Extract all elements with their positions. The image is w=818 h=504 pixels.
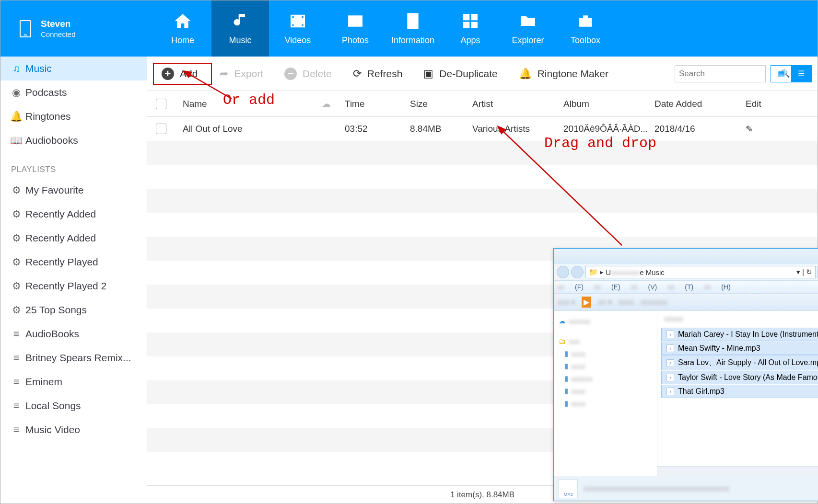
nav-apps[interactable]: Apps: [442, 0, 499, 57]
gear-icon: ⚙: [11, 280, 22, 292]
audio-file-icon: ♪: [666, 344, 674, 352]
toolbar: + Add ➦ Export − Delete ⟳ Refresh ▣ De-D…: [147, 57, 818, 91]
sidebar-item-ringtones[interactable]: 🔔 Ringtones: [0, 104, 147, 128]
play-icon[interactable]: ▶: [582, 297, 591, 308]
add-button[interactable]: + Add: [154, 64, 205, 84]
list-item[interactable]: ♪That Girl.mp3: [661, 385, 818, 398]
audio-file-icon: ♪: [666, 359, 674, 367]
sidebar-item-podcasts[interactable]: ◉ Podcasts: [0, 80, 147, 104]
sidebar: ♫ Music ◉ Podcasts 🔔 Ringtones 📖 Audiobo…: [0, 57, 147, 504]
export-icon: ➦: [220, 68, 228, 80]
phone-icon: [20, 20, 31, 37]
sidebar-item-localsongs[interactable]: ≡Local Songs: [0, 394, 147, 418]
explorer-tree[interactable]: ☁xxxxxx 🗂xxx ▮xxxx ▮xxxx ▮xxxxxx ▮xxxx ▮…: [554, 311, 657, 476]
col-edit[interactable]: Edit: [746, 99, 784, 109]
mp3-file-icon: MP3: [559, 479, 578, 498]
explorer-file-list[interactable]: xxxxx ♪Mariah Carey - I Stay In Love (In…: [657, 311, 818, 476]
sidebar-item-music[interactable]: ♫ Music: [0, 57, 147, 80]
explorer-menubar: xx(F) xx(E) xx(V) xx(T) xx(H): [554, 280, 818, 294]
sidebar-item-musicvideo[interactable]: ≡Music Video: [0, 418, 147, 442]
explorer-icon: [518, 11, 538, 31]
col-artist[interactable]: Artist: [472, 99, 563, 109]
list-item[interactable]: ♪Sara Lov、Air Supply - All Out of Love.m…: [661, 355, 818, 370]
sidebar-item-recentlyadded2[interactable]: ⚙Recently Added: [0, 226, 147, 250]
sidebar-item-25top[interactable]: ⚙25 Top Songs: [0, 298, 147, 322]
cell-album: 2010Äê9ÔÂÂ·ÃÀD...: [563, 124, 654, 134]
nav-videos[interactable]: Videos: [269, 0, 327, 57]
toolbox-icon: [576, 11, 595, 31]
explorer-titlebar[interactable]: — ▢ ✕: [554, 249, 818, 264]
forward-button[interactable]: [571, 266, 584, 278]
nav-music[interactable]: Music: [211, 0, 269, 57]
search-input[interactable]: [679, 69, 781, 79]
ringtone-maker-button[interactable]: 🔔 Ringtone Maker: [511, 64, 616, 84]
svg-rect-3: [463, 22, 469, 28]
gear-icon: ⚙: [11, 208, 22, 220]
playlist-icon: ≡: [11, 376, 22, 388]
back-button[interactable]: [557, 266, 569, 278]
svg-rect-1: [463, 14, 469, 20]
folder-icon: ▮: [564, 399, 568, 408]
nav-explorer[interactable]: Explorer: [499, 0, 557, 57]
edit-button[interactable]: ✎: [746, 124, 784, 135]
nav-toolbox[interactable]: Toolbox: [557, 0, 614, 57]
sidebar-item-recentlyplayed2[interactable]: ⚙Recently Played 2: [0, 274, 147, 298]
grid-view-button[interactable]: ▦: [771, 66, 791, 82]
sidebar-item-recentlyplayed[interactable]: ⚙Recently Played: [0, 250, 147, 274]
nav-photos[interactable]: Photos: [327, 0, 384, 57]
playlists-heading: PLAYLISTS: [0, 152, 147, 178]
nav-home[interactable]: Home: [154, 0, 211, 57]
address-bar[interactable]: 📁 ▸ Uxxxxxxxxe Music ▾ | ↻: [585, 266, 816, 278]
book-icon: 📖: [11, 135, 22, 146]
gear-icon: ⚙: [11, 232, 22, 244]
home-icon: [173, 11, 192, 31]
sidebar-item-myfavourite[interactable]: ⚙My Favourite: [0, 178, 147, 202]
sidebar-item-britney[interactable]: ≡Britney Spears Remix...: [0, 346, 147, 370]
col-time[interactable]: Time: [345, 99, 410, 109]
cell-artist: Various Artists: [472, 124, 563, 134]
list-item[interactable]: ♪Mariah Carey - I Stay In Love (Instrume…: [661, 328, 818, 341]
gear-icon: ⚙: [11, 184, 22, 196]
explorer-window[interactable]: — ▢ ✕ 📁 ▸ Uxxxxxxxxe Music ▾ | ↻ UkeySof…: [553, 248, 818, 501]
list-item[interactable]: ♪Mean Swifty - Mine.mp3: [661, 342, 818, 355]
sidebar-item-recentlyadded1[interactable]: ⚙Recently Added: [0, 202, 147, 226]
select-all-checkbox[interactable]: [156, 99, 166, 109]
delete-button[interactable]: − Delete: [277, 64, 339, 84]
information-icon: [403, 11, 422, 31]
col-album[interactable]: Album: [563, 99, 654, 109]
playlist-icon: ≡: [11, 400, 22, 412]
search-box[interactable]: 🔍: [675, 65, 766, 82]
device-status: Connected: [41, 30, 76, 38]
device-info: Steven Connected: [0, 19, 154, 38]
audio-file-icon: ♪: [666, 331, 674, 338]
refresh-icon: ⟳: [353, 68, 362, 80]
gear-icon: ⚙: [11, 256, 22, 268]
playlist-icon: ≡: [11, 424, 22, 435]
deduplicate-button[interactable]: ▣ De-Duplicate: [416, 64, 505, 84]
col-name[interactable]: Name: [183, 99, 322, 109]
dedupe-icon: ▣: [423, 68, 433, 80]
list-item[interactable]: ♪Taylor Swift - Love Story (As Made Famo…: [661, 371, 818, 384]
export-button[interactable]: ➦ Export: [212, 64, 271, 84]
audio-file-icon: ♪: [666, 374, 674, 381]
scrollbar[interactable]: [657, 466, 818, 476]
refresh-button[interactable]: ⟳ Refresh: [345, 64, 410, 84]
playlist-icon: ≡: [11, 352, 22, 364]
view-toggle: ▦ ☰: [771, 65, 812, 82]
svg-rect-2: [471, 14, 478, 20]
col-date[interactable]: Date Added: [654, 99, 746, 109]
nav-information[interactable]: Information: [384, 0, 442, 57]
cell-size: 8.84MB: [410, 124, 472, 134]
table-row[interactable]: All Out of Love 03:52 8.84MB Various Art…: [147, 117, 818, 141]
sidebar-item-eminem[interactable]: ≡Eminem: [0, 370, 147, 394]
podcast-icon: ◉: [11, 87, 22, 98]
list-view-button[interactable]: ☰: [791, 66, 811, 82]
col-size[interactable]: Size: [410, 99, 472, 109]
top-nav: Steven Connected Home Music Videos Photo…: [0, 0, 818, 57]
ringtone-icon: 🔔: [519, 68, 532, 80]
device-name: Steven: [41, 19, 76, 29]
sidebar-item-audiobooks[interactable]: 📖 Audiobooks: [0, 128, 147, 152]
row-checkbox[interactable]: [156, 124, 166, 134]
minus-circle-icon: −: [284, 68, 297, 80]
sidebar-item-audiobooks-pl[interactable]: ≡AudioBooks: [0, 322, 147, 346]
